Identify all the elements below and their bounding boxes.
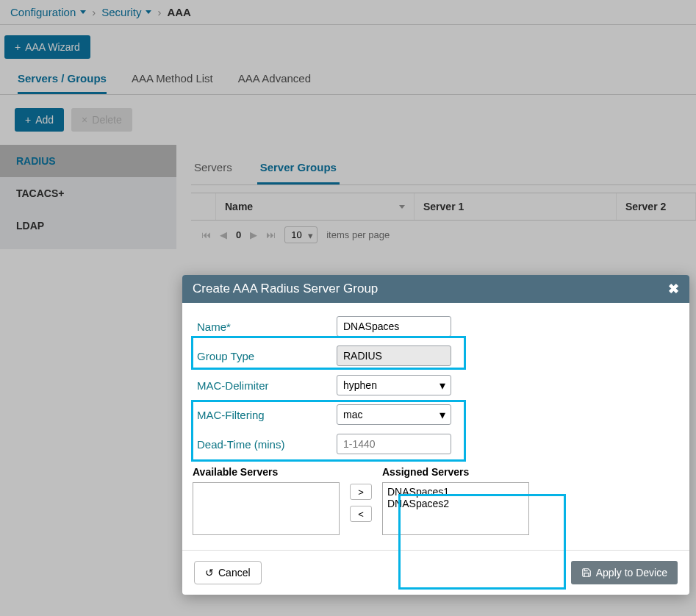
mac-delimiter-select[interactable]: hyphen <box>337 375 451 395</box>
assigned-servers-label: Assigned Servers <box>382 466 529 478</box>
mac-filtering-label: MAC-Filtering <box>193 409 337 421</box>
dead-time-label: Dead-Time (mins) <box>193 438 337 451</box>
row-group-type: Group Type <box>193 341 679 370</box>
cancel-button[interactable]: ↺ Cancel <box>194 561 262 584</box>
move-right-button[interactable]: > <box>350 484 372 500</box>
mac-delimiter-label: MAC-Delimiter <box>193 379 337 392</box>
name-input[interactable] <box>337 316 451 337</box>
button-label: Cancel <box>218 567 251 579</box>
assigned-servers-col: Assigned Servers DNASpaces1 DNASpaces2 <box>382 466 529 535</box>
available-servers-list[interactable] <box>193 482 340 535</box>
undo-icon: ↺ <box>205 567 214 579</box>
list-item[interactable]: DNASpaces2 <box>387 498 524 509</box>
row-mac-delimiter: MAC-Delimiter hyphen ▾ <box>193 370 679 400</box>
move-left-button[interactable]: < <box>350 506 372 522</box>
group-type-label: Group Type <box>193 350 337 362</box>
assigned-servers-list[interactable]: DNASpaces1 DNASpaces2 <box>382 482 529 535</box>
list-item[interactable]: DNASpaces1 <box>387 486 524 498</box>
close-icon[interactable]: ✖ <box>668 281 679 297</box>
available-servers-col: Available Servers <box>193 466 340 535</box>
modal-title: Create AAA Radius Server Group <box>193 282 378 296</box>
apply-button[interactable]: Apply to Device <box>571 561 678 584</box>
row-dead-time: Dead-Time (mins) <box>193 429 679 459</box>
modal-footer: ↺ Cancel Apply to Device <box>182 550 689 595</box>
group-type-input <box>337 345 451 366</box>
button-label: Apply to Device <box>596 567 667 579</box>
create-server-group-modal: Create AAA Radius Server Group ✖ Name* G… <box>182 275 689 595</box>
modal-body: Name* Group Type MAC-Delimiter hyphen ▾ … <box>182 303 689 550</box>
row-name: Name* <box>193 312 679 341</box>
save-icon <box>581 567 592 578</box>
mac-filtering-select[interactable]: mac <box>337 404 451 425</box>
name-label: Name* <box>193 320 337 333</box>
available-servers-label: Available Servers <box>193 466 340 478</box>
server-lists: Available Servers > < Assigned Servers D… <box>193 466 679 535</box>
dead-time-input[interactable] <box>337 434 451 454</box>
modal-header: Create AAA Radius Server Group ✖ <box>182 275 689 303</box>
move-buttons: > < <box>350 466 372 535</box>
row-mac-filtering: MAC-Filtering mac ▾ <box>193 400 679 429</box>
